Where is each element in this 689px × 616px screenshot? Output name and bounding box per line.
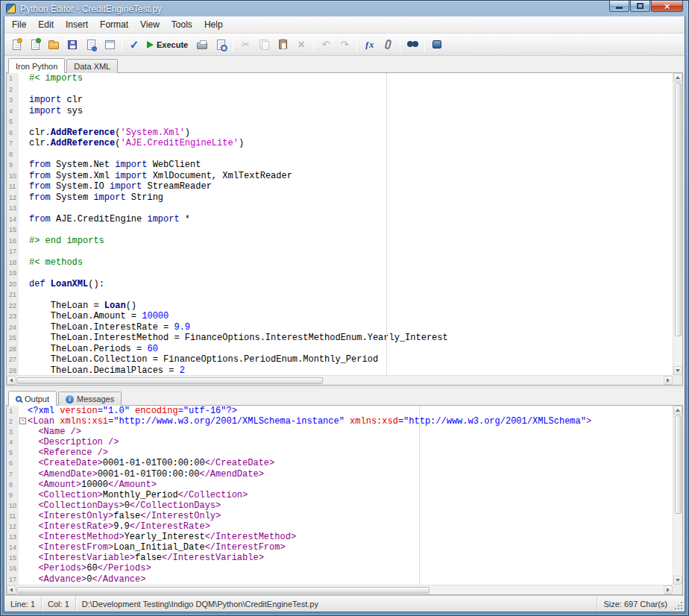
tab-iron-python[interactable]: Iron Python (8, 58, 65, 73)
tab-messages[interactable]: iMessages (58, 392, 122, 406)
cut-button[interactable]: ✂ (236, 36, 254, 54)
scroll-right-button[interactable] (664, 585, 673, 594)
code-line[interactable]: 3import clr (7, 95, 673, 106)
code-line[interactable]: 25 TheLoan.InterestMethod = FinanceOptio… (7, 333, 673, 344)
insert-function-button[interactable]: ƒx (360, 36, 378, 54)
save-button[interactable] (63, 36, 81, 54)
code-horizontal-scrollbar[interactable] (7, 375, 673, 385)
code-line[interactable]: 4 <Description /> (7, 437, 673, 447)
code-line[interactable]: 14 <InterestFrom>Loan_Initial_Date</Inte… (7, 542, 673, 553)
code-line[interactable]: 10 <CollectionDays>0</CollectionDays> (7, 500, 673, 511)
code-editor[interactable]: 1#< imports23import clr4import sys56clr.… (6, 72, 683, 386)
code-line[interactable]: 17 (7, 246, 673, 257)
tab-output[interactable]: Output (8, 391, 57, 406)
delete-button[interactable]: × (292, 36, 310, 54)
scroll-down-button[interactable] (673, 366, 682, 375)
code-line[interactable]: 17 <Advance>0</Advance> (7, 574, 673, 585)
code-line[interactable]: 8 (7, 149, 673, 160)
code-line[interactable]: 15 <InterestVariable>false</InterestVari… (7, 553, 673, 563)
h-scroll-thumb[interactable] (16, 587, 430, 594)
code-line[interactable]: 5 <Reference /> (7, 447, 673, 458)
h-scroll-thumb[interactable] (16, 377, 323, 384)
code-line[interactable]: 22 TheLoan = Loan() (7, 301, 673, 312)
code-line[interactable]: 1<?xml version="1.0" encoding="utf-16"?> (7, 406, 673, 416)
maximize-button[interactable] (630, 1, 650, 12)
code-line[interactable]: 12 <InterestRate>9.9</InterestRate> (7, 521, 673, 532)
v-scroll-thumb[interactable] (675, 83, 682, 336)
code-line[interactable]: 4import sys (7, 106, 673, 117)
code-vertical-scrollbar[interactable] (673, 73, 682, 375)
menu-item-edit[interactable]: Edit (32, 17, 60, 32)
menu-item-insert[interactable]: Insert (60, 17, 94, 32)
scroll-right-button[interactable] (664, 376, 673, 385)
paste-button[interactable] (274, 36, 292, 54)
code-line[interactable]: 12from System import String (7, 192, 673, 204)
code-line[interactable]: 11 <InterestOnly>false</InterestOnly> (7, 511, 673, 521)
code-line[interactable]: 20def LoanXML(): (7, 279, 673, 290)
find-button[interactable] (403, 36, 421, 54)
design-button[interactable] (101, 36, 119, 54)
execute-button[interactable]: Execute (144, 36, 192, 54)
new-document-button[interactable] (7, 36, 25, 54)
export-button[interactable] (82, 36, 100, 54)
code-line[interactable]: 5 (7, 116, 673, 128)
debug-button[interactable] (428, 36, 446, 54)
attach-button[interactable] (379, 36, 397, 54)
code-line[interactable]: 16#> end imports (7, 236, 673, 247)
code-line[interactable]: 7clr.AddReference('AJE.CreditEngineLite'… (7, 138, 673, 149)
code-area[interactable]: 1#< imports23import clr4import sys56clr.… (7, 73, 673, 375)
code-line[interactable]: 27 TheLoan.Collection = FinanceOptions.P… (7, 354, 673, 365)
code-line[interactable]: 15 (7, 224, 673, 236)
copy-button[interactable] (255, 36, 273, 54)
tab-data-xml[interactable]: Data XML (66, 59, 118, 73)
resize-grip[interactable] (673, 596, 685, 612)
code-line[interactable]: 7 <AmendDate>0001-01-01T00:00:00</AmendD… (7, 469, 673, 480)
output-area[interactable]: 1<?xml version="1.0" encoding="utf-16"?>… (7, 406, 673, 585)
undo-button[interactable]: ↶ (317, 36, 335, 54)
print-preview-button[interactable] (212, 36, 230, 54)
code-line[interactable]: 3 <Name /> (7, 427, 673, 437)
code-line[interactable]: 16 <Periods>60</Periods> (7, 563, 673, 573)
code-line[interactable]: 19 (7, 268, 673, 279)
code-line[interactable]: 11from System.IO import StreamReader (7, 181, 673, 192)
output-panel[interactable]: 1<?xml version="1.0" encoding="utf-16"?>… (6, 405, 683, 595)
menu-item-format[interactable]: Format (94, 17, 134, 32)
close-button[interactable]: × (651, 1, 683, 12)
redo-button[interactable]: ↷ (336, 36, 353, 54)
scroll-left-button[interactable] (7, 376, 16, 385)
code-line[interactable]: 10from System.Xml import XmlDocument, Xm… (7, 171, 673, 182)
code-line[interactable]: 21 (7, 289, 673, 301)
code-line[interactable]: 23 TheLoan.Amount = 10000 (7, 311, 673, 322)
menu-item-file[interactable]: File (6, 17, 32, 32)
validate-button[interactable]: ✓ (125, 36, 143, 54)
code-line[interactable]: 9 <Collection>Monthly_Period</Collection… (7, 490, 673, 500)
code-line[interactable]: 2-<Loan xmlns:xsi="http://www.w3.org/200… (7, 416, 673, 427)
v-scroll-thumb[interactable] (675, 415, 682, 514)
scroll-down-button[interactable] (673, 576, 682, 585)
scroll-up-button[interactable] (673, 406, 682, 415)
code-line[interactable]: 24 TheLoan.InterestRate = 9.9 (7, 322, 673, 333)
open-button[interactable] (45, 36, 63, 54)
fold-toggle[interactable]: - (19, 418, 26, 424)
code-line[interactable]: 1#< imports (7, 73, 673, 84)
menu-item-tools[interactable]: Tools (166, 17, 198, 32)
code-line[interactable]: 8 <Amount>10000</Amount> (7, 480, 673, 490)
code-line[interactable]: 6clr.AddReference('System.Xml') (7, 128, 673, 139)
print-button[interactable] (193, 36, 211, 54)
scroll-left-button[interactable] (7, 585, 16, 594)
scroll-up-button[interactable] (673, 73, 682, 82)
code-line[interactable]: 6 <CreateDate>0001-01-01T00:00:00</Creat… (7, 458, 673, 468)
output-vertical-scrollbar[interactable] (673, 406, 682, 585)
output-horizontal-scrollbar[interactable] (7, 585, 673, 594)
code-line[interactable]: 26 TheLoan.Periods = 60 (7, 344, 673, 355)
code-line[interactable]: 18#< methods (7, 257, 673, 268)
code-line[interactable]: 13 (7, 203, 673, 214)
new-page-button[interactable] (26, 36, 44, 54)
minimize-button[interactable] (609, 1, 629, 12)
title-bar[interactable]: Python Editor - CreditEngineTest.py × (4, 1, 685, 16)
code-line[interactable]: 2 (7, 84, 673, 95)
menu-item-view[interactable]: View (134, 17, 166, 32)
code-line[interactable]: 28 TheLoan.DecimalPlaces = 2 (7, 365, 673, 376)
code-line[interactable]: 9from System.Net import WebClient (7, 160, 673, 171)
code-line[interactable]: 13 <InterestMethod>Yearly_Interest</Inte… (7, 532, 673, 542)
